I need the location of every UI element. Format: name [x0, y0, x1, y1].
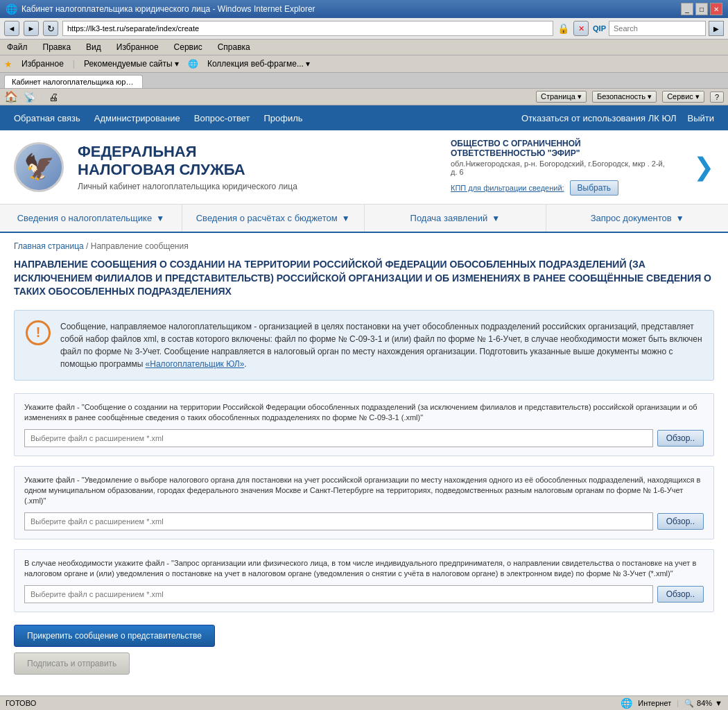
site-title-block: ФЕДЕРАЛЬНАЯ НАЛОГОВАЯ СЛУЖБА Личный каби…	[78, 143, 437, 192]
menu-file[interactable]: Файл	[4, 41, 31, 53]
nav-feedback[interactable]: Обратная связь	[14, 107, 80, 129]
back-button[interactable]: ◄	[4, 21, 19, 36]
page-button[interactable]: Страница ▾	[536, 91, 587, 103]
nav-applications-label: Подача заявлений	[410, 213, 488, 223]
address-input[interactable]	[62, 21, 553, 36]
breadcrumb: Главная страница / Направление сообщения	[14, 241, 714, 251]
nav-profile[interactable]: Профиль	[263, 107, 302, 129]
help-button[interactable]: ?	[710, 92, 724, 103]
recommended-label: Рекомендуемые сайты ▾	[84, 59, 179, 69]
close-button[interactable]: ✕	[710, 3, 722, 15]
menu-favorites[interactable]: Избранное	[114, 41, 162, 53]
topnav-right: Отказаться от использования ЛК ЮЛ Выйти	[521, 107, 714, 129]
tab-main[interactable]: Кабинет налогоплательщика юридического л…	[4, 75, 143, 88]
menu-view[interactable]: Вид	[83, 41, 104, 53]
header-right: ОБЩЕСТВО С ОГРАНИЧЕННОЙ ОТВЕТСТВЕННОСТЬЮ…	[451, 139, 673, 196]
nav-budget-info[interactable]: Сведения о расчётах с бюджетом ▼	[182, 205, 365, 232]
stop-button[interactable]: ✕	[573, 21, 589, 36]
menu-help[interactable]: Справка	[215, 41, 253, 53]
toolbar-right: Страница ▾ Безопасность ▾ Сервис ▾ ?	[536, 91, 724, 103]
main-nav: Сведения о налогоплательщике ▼ Сведения …	[0, 205, 728, 233]
nav-taxpayer-info[interactable]: Сведения о налогоплательщике ▼	[0, 205, 182, 232]
site-header: 🦅 ФЕДЕРАЛЬНАЯ НАЛОГОВАЯ СЛУЖБА Личный ка…	[0, 130, 728, 205]
print-icon[interactable]: 🖨	[49, 92, 58, 103]
search-logo: QIP	[593, 24, 606, 33]
address-bar: ◄ ► ↻ 🔒 ✕ QIP ▶	[0, 18, 728, 40]
star-icon: ★	[4, 59, 12, 69]
nav-budget-label: Сведения о расчётах с бюджетом	[196, 213, 338, 223]
zoom-control[interactable]: 🔍 84% ▼	[684, 699, 722, 708]
nav-documents[interactable]: Запрос документов ▼	[546, 205, 728, 232]
menu-tools[interactable]: Сервис	[171, 41, 205, 53]
kpp-link[interactable]: КПП для фильтрации сведений:	[451, 184, 564, 192]
nav-admin[interactable]: Администрирование	[94, 107, 180, 129]
recommended-button[interactable]: Рекомендуемые сайты ▾	[80, 57, 182, 71]
menu-edit[interactable]: Правка	[40, 41, 74, 53]
nav-applications[interactable]: Подача заявлений ▼	[365, 205, 547, 232]
status-right: 🌐 Интернет | 🔍 84% ▼	[621, 698, 722, 709]
zoom-label: 84%	[697, 699, 712, 707]
refresh-button[interactable]: ↻	[43, 21, 58, 36]
nav-logout[interactable]: Выйти	[688, 107, 715, 129]
nav-documents-label: Запрос документов	[591, 213, 672, 223]
search-input[interactable]	[609, 21, 706, 36]
upload3-input[interactable]	[24, 585, 653, 603]
eagle-icon: 🦅	[24, 153, 55, 182]
feeds-icon[interactable]: 📡	[24, 92, 35, 103]
minimize-button[interactable]: _	[681, 3, 693, 15]
browse2-button[interactable]: Обзор..	[657, 513, 704, 530]
security-button[interactable]: Безопасность ▾	[592, 91, 657, 103]
upload1-label: Укажите файл - "Сообщение о создании на …	[24, 402, 704, 424]
title-bar: 🌐 Кабинет налогоплательщика юридического…	[0, 0, 728, 18]
favorites-button[interactable]: Избранное	[18, 57, 67, 71]
zoom-chevron: ▼	[715, 699, 722, 707]
upload3-label: В случае необходимости укажите файл - "З…	[24, 558, 704, 580]
search-button[interactable]: ▶	[709, 21, 724, 36]
org-name: ОБЩЕСТВО С ОГРАНИЧЕННОЙ ОТВЕТСТВЕННОСТЬЮ…	[451, 139, 673, 158]
upload1-row: Обзор..	[24, 429, 704, 447]
service-button[interactable]: Сервис ▾	[662, 91, 704, 103]
attach-button[interactable]: Прикрепить сообщение о представительстве	[14, 625, 215, 647]
tab-label: Кабинет налогоплательщика юридического л…	[12, 78, 143, 86]
collection-button[interactable]: Коллекция веб-фрагме... ▾	[204, 57, 313, 71]
browse1-button[interactable]: Обзор..	[657, 430, 704, 447]
submit-button: Подписать и отправить	[14, 652, 130, 675]
info-box: ! Сообщение, направляемое налогоплательщ…	[14, 310, 714, 381]
upload1-input[interactable]	[24, 429, 653, 447]
favorites-label: Избранное	[21, 59, 64, 69]
upload-section-3: В случае необходимости укажите файл - "З…	[14, 549, 714, 612]
browse3-button[interactable]: Обзор..	[657, 586, 704, 603]
search-area: QIP ▶	[593, 21, 724, 36]
nav-qa[interactable]: Вопрос-ответ	[194, 107, 250, 129]
breadcrumb-home[interactable]: Главная страница	[14, 241, 84, 251]
status-text: ГОТОВО	[6, 699, 36, 707]
internet-label: Интернет	[638, 699, 671, 707]
chevron-down-icon3: ▼	[492, 214, 500, 223]
site-subtitle: Личный кабинет налогоплательщика юридиче…	[78, 182, 437, 191]
next-arrow[interactable]: ❯	[693, 153, 714, 182]
site-title: ФЕДЕРАЛЬНАЯ НАЛОГОВАЯ СЛУЖБА	[78, 143, 437, 180]
logo: 🦅	[14, 142, 64, 192]
submit-area: Подписать и отправить	[14, 647, 714, 675]
warning-icon: !	[26, 320, 51, 345]
chevron-down-icon2: ▼	[342, 214, 350, 223]
maximize-button[interactable]: □	[695, 3, 708, 15]
info-program-link[interactable]: «Налогоплательщик ЮЛ»	[146, 359, 245, 369]
chevron-down-icon: ▼	[156, 214, 164, 223]
action-buttons: Прикрепить сообщение о представительстве	[14, 622, 714, 647]
topnav-left: Обратная связь Администрирование Вопрос-…	[14, 107, 303, 129]
kpp-select-button[interactable]: Выбрать	[570, 180, 618, 196]
collection-label: Коллекция веб-фрагме... ▾	[207, 59, 310, 69]
site-topnav: Обратная связь Администрирование Вопрос-…	[0, 105, 728, 130]
nav-taxpayer-label: Сведения о налогоплательщике	[17, 213, 152, 223]
forward-button[interactable]: ►	[24, 21, 39, 36]
globe-icon: 🌐	[621, 698, 632, 709]
browser-toolbar: 🏠 📡 | 🖨 Страница ▾ Безопасность ▾ Сервис…	[0, 89, 728, 105]
org-address: обл.Нижегородская, р-н. Богородский, г.Б…	[451, 159, 673, 176]
upload2-input[interactable]	[24, 512, 653, 530]
nav-logout-lk[interactable]: Отказаться от использования ЛК ЮЛ	[521, 107, 676, 129]
title-bar-controls[interactable]: _ □ ✕	[681, 3, 722, 15]
home-icon[interactable]: 🏠	[4, 90, 18, 103]
upload-section-1: Укажите файл - "Сообщение о создании на …	[14, 393, 714, 456]
breadcrumb-separator: /	[86, 241, 91, 251]
